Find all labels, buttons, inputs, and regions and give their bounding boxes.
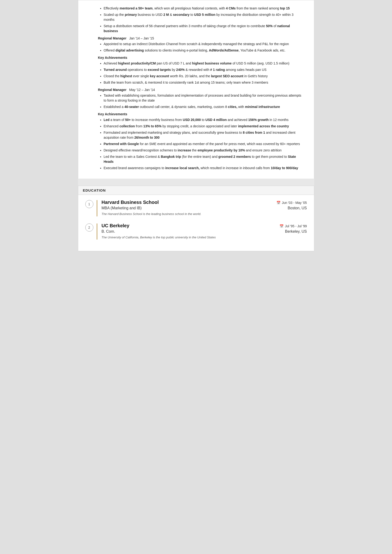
edu-number-1: 1 [85,200,93,208]
education-entries: 1 Harvard Business School 📅 Jun '03 - Ma… [78,195,314,251]
edu-degree-row-1: MBA (Marketing and IB) Boston, US [102,206,307,210]
role-header-1: Regional Manager Jan '14 – Jan '15 [98,36,303,40]
role-dates-1: Jan '14 – Jan '15 [129,36,154,40]
role2-achievements: Led a team of 50+ to increase monthly bu… [98,118,303,171]
bullet-item: Enhanced collection from 13% to 65% by s… [104,124,303,129]
education-section-header: EDUCATION [78,186,314,195]
bullet-item: Designed effective reward/recognition sc… [104,148,303,153]
role2-bullets: Tasked with establishing operations, for… [98,93,303,109]
key-achievements-1: Key Achievements [98,56,303,60]
bullet-item: Setup a distribution network of 56 chann… [104,24,303,34]
edu-bar-2 [97,223,97,240]
bullet-item: Partnered with Google for an SME event a… [104,141,303,146]
bullet-item: Executed brand awareness campaigns to in… [104,166,303,171]
bullet-item: Closed the highest ever single key accou… [104,74,303,79]
bullet-item: Led the team to win a Sales Contest & Ba… [104,154,303,164]
bullet-item: Led a team of 50+ to increase monthly bu… [104,118,303,122]
bullet-item: Turned around operations to exceed targe… [104,67,303,72]
education-entry-1: 1 Harvard Business School 📅 Jun '03 - Ma… [85,200,307,216]
role-title-1: Regional Manager [98,36,127,40]
edu-top-row-1: Harvard Business School 📅 Jun '03 - May … [102,200,307,205]
edu-location-1: Boston, US [288,206,307,210]
bullet-item: Achieved highest productivity/CM pan US … [104,61,303,66]
bullet-item: Established a 40-seater outbound call ce… [104,104,303,109]
bullet-item: Tasked with establishing operations, for… [104,93,303,103]
edu-body-1: Harvard Business School 📅 Jun '03 - May … [102,200,307,216]
edu-degree-1: MBA (Marketing and IB) [102,206,142,210]
edu-degree-row-2: B. Com. Berkeley, US [102,229,307,234]
edu-description-1: The Harvard Business School is the leadi… [102,212,307,216]
edu-top-row-2: UC Berkeley 📅 Jul '95 - Jul '99 [102,223,307,229]
role1-bullets: Appointed to setup an Indirect Distribut… [98,42,303,53]
role-header-2: Regional Manager May '12 – Jan '14 [98,88,303,92]
role-title-2: Regional Manager [98,88,127,92]
calendar-icon-2: 📅 [280,224,284,228]
edu-bar-1 [97,200,97,216]
edu-date-1: 📅 Jun '03 - May '05 [276,201,307,205]
calendar-icon-1: 📅 [276,201,280,205]
edu-school-2: UC Berkeley [102,223,129,229]
bullet-item: Appointed to setup an Indirect Distribut… [104,42,303,47]
edu-body-2: UC Berkeley 📅 Jul '95 - Jul '99 B. Com. … [102,223,307,240]
section-spacer [78,179,314,186]
bullet-item: Scaled up the primary business to USD 2 … [104,12,303,22]
edu-date-2: 📅 Jul '95 - Jul '99 [280,224,307,228]
work-section: Effectively mentored a 50+ team, which w… [78,0,314,179]
bullet-item: Offered digital advertising solutions to… [104,48,303,53]
edu-number-2: 2 [85,223,93,232]
education-section: EDUCATION 1 Harvard Business School 📅 Ju… [78,186,314,251]
role1-achievements: Achieved highest productivity/CM pan US … [98,61,303,85]
edu-description-2: The University of California, Berkeley i… [102,235,307,240]
work-content: Effectively mentored a 50+ team, which w… [98,6,303,171]
edu-degree-2: B. Com. [102,229,115,234]
bullet-item: Formulated and implemented marketing and… [104,130,303,140]
bullet-item: Built the team from scratch, & mentored … [104,80,303,85]
role-dates-2: May '12 – Jan '14 [129,88,155,92]
edu-school-1: Harvard Business School [102,200,159,205]
bullet-item: Effectively mentored a 50+ team, which w… [104,6,303,11]
key-achievements-2: Key Achievements [98,112,303,116]
education-entry-2: 2 UC Berkeley 📅 Jul '95 - Jul '99 B. Com… [85,223,307,240]
education-title: EDUCATION [83,188,106,192]
edu-location-2: Berkeley, US [285,229,307,234]
top-bullets: Effectively mentored a 50+ team, which w… [98,6,303,34]
